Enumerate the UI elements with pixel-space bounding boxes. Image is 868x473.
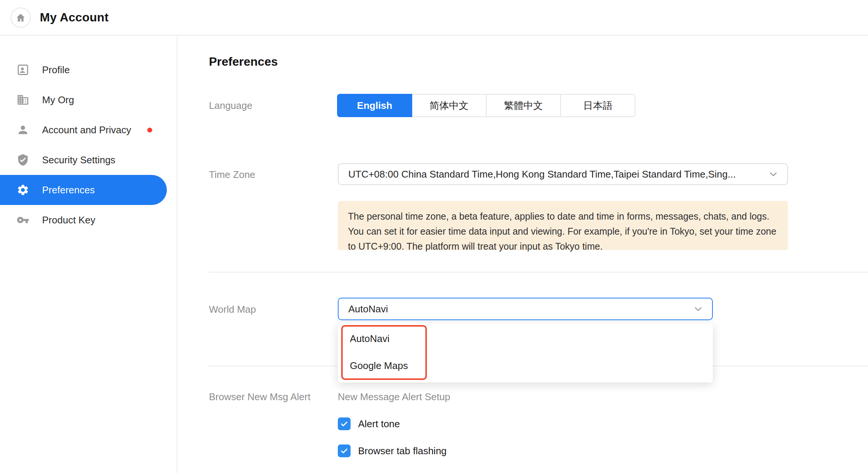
- time-zone-value: UTC+08:00 China Standard Time,Hong Kong …: [339, 169, 736, 180]
- world-map-label: World Map: [209, 304, 256, 315]
- language-segmented-control: English 简体中文 繁體中文 日本語: [337, 94, 635, 117]
- sidebar-item-my-org[interactable]: My Org: [0, 85, 177, 115]
- checkbox-checked-icon: [338, 417, 351, 430]
- dropdown-option-google-maps[interactable]: Google Maps: [350, 360, 408, 372]
- person-icon: [17, 124, 29, 136]
- chevron-down-icon: [693, 303, 704, 315]
- world-map-dropdown: AutoNavi Google Maps: [338, 323, 713, 383]
- sidebar-item-label: Profile: [42, 64, 70, 76]
- sidebar-item-label: Product Key: [42, 214, 95, 226]
- key-icon: [17, 214, 29, 226]
- chevron-down-icon: [768, 169, 779, 180]
- gear-icon: [17, 184, 29, 196]
- sidebar-item-label: Preferences: [42, 184, 95, 196]
- profile-card-icon: [17, 63, 29, 76]
- notification-dot: [147, 128, 152, 133]
- time-zone-info-box: The personal time zone, a beta feature, …: [338, 201, 788, 250]
- home-button[interactable]: [11, 8, 31, 28]
- sidebar-item-product-key[interactable]: Product Key: [0, 205, 177, 235]
- my-account-page: My Account Profile My Org: [0, 0, 868, 473]
- sidebar-item-account-privacy[interactable]: Account and Privacy: [0, 115, 177, 145]
- sidebar-item-preferences[interactable]: Preferences: [0, 175, 177, 205]
- world-map-value: AutoNavi: [339, 303, 388, 315]
- page-title: My Account: [40, 11, 109, 24]
- alert-tone-checkbox-row[interactable]: Alert tone: [338, 417, 400, 430]
- browser-alert-label: Browser New Msg Alert: [209, 391, 310, 403]
- sidebar: Profile My Org Account and Privacy: [0, 36, 177, 473]
- language-option-traditional-chinese[interactable]: 繁體中文: [487, 94, 561, 117]
- time-zone-select[interactable]: UTC+08:00 China Standard Time,Hong Kong …: [338, 163, 788, 185]
- sidebar-item-label: My Org: [42, 94, 74, 106]
- home-icon: [15, 12, 26, 23]
- language-option-simplified-chinese[interactable]: 简体中文: [412, 94, 487, 117]
- sidebar-item-label: Account and Privacy: [42, 124, 131, 136]
- sidebar-item-label: Security Settings: [42, 154, 115, 166]
- sidebar-item-security-settings[interactable]: Security Settings: [0, 145, 177, 175]
- building-icon: [17, 93, 29, 106]
- checkbox-checked-icon: [338, 444, 351, 457]
- sidebar-item-profile[interactable]: Profile: [0, 55, 177, 85]
- shield-check-icon: [17, 154, 29, 166]
- dropdown-option-autonavi[interactable]: AutoNavi: [350, 333, 390, 345]
- section-divider: [208, 272, 868, 273]
- time-zone-label: Time Zone: [209, 169, 255, 181]
- checkbox-label: Browser tab flashing: [358, 445, 447, 457]
- browser-tab-flashing-checkbox-row[interactable]: Browser tab flashing: [338, 444, 447, 457]
- alert-setup-label: New Message Alert Setup: [338, 391, 450, 403]
- header: My Account: [0, 0, 868, 36]
- language-option-english[interactable]: English: [337, 94, 412, 117]
- world-map-select[interactable]: AutoNavi: [338, 298, 713, 320]
- language-option-japanese[interactable]: 日本語: [561, 94, 635, 117]
- checkbox-label: Alert tone: [358, 418, 400, 430]
- language-label: Language: [209, 100, 253, 111]
- section-heading: Preferences: [209, 55, 278, 69]
